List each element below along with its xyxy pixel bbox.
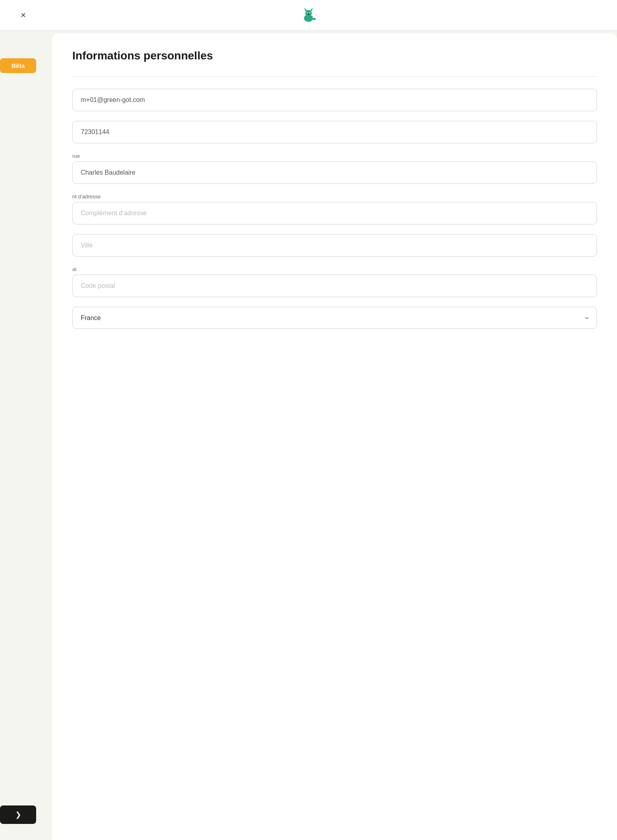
close-button[interactable]: × bbox=[16, 8, 31, 22]
street-label: rue bbox=[72, 153, 597, 159]
sidebar-chevron-button[interactable]: ❯ bbox=[0, 805, 36, 824]
street-group: rue bbox=[72, 153, 597, 184]
address-complement-field[interactable] bbox=[72, 202, 597, 224]
svg-point-5 bbox=[309, 12, 311, 13]
beta-button[interactable]: Bêta bbox=[0, 58, 36, 73]
sidebar-bottom: ❯ bbox=[0, 805, 36, 824]
sidebar: Bêta ❯ bbox=[0, 30, 52, 840]
phone-field[interactable] bbox=[72, 121, 597, 143]
logo-container bbox=[298, 5, 319, 25]
address-complement-group: nt d'adresse bbox=[72, 194, 597, 224]
chevron-down-icon: ❯ bbox=[15, 810, 21, 819]
phone-group bbox=[72, 121, 597, 143]
city-field[interactable] bbox=[72, 234, 597, 257]
city-group bbox=[72, 234, 597, 257]
page-title: Informations personnelles bbox=[72, 49, 597, 62]
content-panel: Informations personnelles rue nt d'adres… bbox=[52, 33, 617, 840]
svg-point-7 bbox=[308, 13, 309, 14]
country-select[interactable]: France Belgique Suisse Luxembourg Allema… bbox=[72, 307, 597, 329]
country-group: France Belgique Suisse Luxembourg Allema… bbox=[72, 307, 597, 329]
top-bar: × bbox=[0, 0, 617, 30]
email-field[interactable] bbox=[72, 89, 597, 111]
address-complement-label: nt d'adresse bbox=[72, 194, 597, 200]
brand-logo bbox=[298, 5, 319, 25]
postal-group: al bbox=[72, 266, 597, 297]
country-select-wrapper: France Belgique Suisse Luxembourg Allema… bbox=[72, 307, 597, 329]
postal-field[interactable] bbox=[72, 275, 597, 297]
main-layout: Bêta ❯ Informations personnelles rue nt … bbox=[0, 30, 617, 840]
postal-label: al bbox=[72, 266, 597, 272]
email-group bbox=[72, 89, 597, 111]
section-divider bbox=[72, 76, 597, 77]
svg-point-1 bbox=[305, 10, 312, 16]
svg-point-4 bbox=[307, 12, 308, 13]
street-field[interactable] bbox=[72, 161, 597, 184]
